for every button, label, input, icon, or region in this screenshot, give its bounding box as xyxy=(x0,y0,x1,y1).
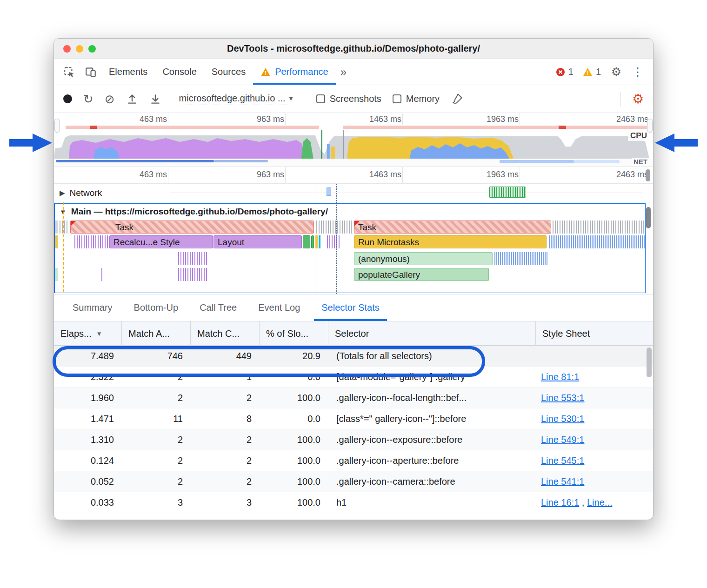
stylesheet-link[interactable]: Line 530:1 xyxy=(541,414,584,424)
stylesheet-link[interactable]: Line 81:1 xyxy=(541,372,579,382)
column-header-match-count[interactable]: Match C... xyxy=(190,321,259,346)
table-row[interactable]: 7.48974644920.9(Totals for all selectors… xyxy=(54,346,653,367)
column-header-pct-slow[interactable]: % of Slo... xyxy=(259,321,328,346)
load-profile-button[interactable] xyxy=(126,93,138,105)
stylesheet-link[interactable]: Line 541:1 xyxy=(541,476,584,487)
tab-call-tree[interactable]: Call Tree xyxy=(192,294,244,321)
save-profile-button[interactable] xyxy=(149,93,161,105)
gear-icon: ⚙ xyxy=(611,65,621,79)
memory-checkbox[interactable]: Memory xyxy=(393,94,440,104)
cell-elapsed: 7.489 xyxy=(54,351,121,361)
overview-cpu-chart[interactable]: CPU xyxy=(54,130,653,159)
tab-label: Sources xyxy=(212,67,246,77)
table-row[interactable]: 1.31022100.0.gallery-icon--exposure::bef… xyxy=(54,429,653,450)
task-cluster[interactable] xyxy=(60,220,69,234)
tab-selector-stats[interactable]: Selector Stats xyxy=(314,294,387,321)
clear-button[interactable]: ⊘ xyxy=(105,93,115,105)
tab-bottom-up[interactable]: Bottom-Up xyxy=(127,294,186,321)
scrollbar-thumb[interactable] xyxy=(646,207,651,228)
error-icon xyxy=(556,67,565,77)
tab-sources[interactable]: Sources xyxy=(204,59,253,85)
tab-performance[interactable]: ! Performance xyxy=(253,59,336,85)
menu-button[interactable]: ⋮ xyxy=(627,59,648,85)
table-row[interactable]: 0.12422100.0.gallery-icon--aperture::bef… xyxy=(54,450,653,471)
column-header-elapsed[interactable]: Elaps... ▼ xyxy=(54,321,121,346)
network-track[interactable]: ▶ Network xyxy=(54,184,653,202)
reload-and-record-button[interactable]: ↻ xyxy=(83,93,93,105)
zoom-button[interactable] xyxy=(88,45,96,53)
history-select[interactable]: microsoftedge.github.io ... ▾ xyxy=(179,93,293,105)
cell-style-sheet: Line 16:1 , Line... xyxy=(535,497,653,508)
style-cluster[interactable] xyxy=(178,268,208,281)
tab-summary[interactable]: Summary xyxy=(65,294,120,321)
overview-interactions-lane xyxy=(54,125,653,130)
cell-selector: .gallery-icon--camera::before xyxy=(328,476,535,487)
warning-badge[interactable]: ! 1 xyxy=(578,59,606,85)
column-header-selector[interactable]: Selector xyxy=(328,321,535,346)
record-button[interactable] xyxy=(63,94,72,103)
error-badge[interactable]: 1 xyxy=(551,59,578,85)
tab-elements[interactable]: Elements xyxy=(101,59,155,85)
main-thread-track[interactable]: ▼ Main — https://microsoftedge.github.io… xyxy=(54,203,646,293)
task-cluster[interactable] xyxy=(316,220,352,234)
timeline-overview[interactable]: 463 ms 963 ms 1463 ms 1963 ms 2463 ms xyxy=(54,113,653,167)
column-label: Selector xyxy=(335,328,369,339)
layout-bar[interactable]: Layout xyxy=(213,235,302,248)
stylesheet-link[interactable]: Line 549:1 xyxy=(541,434,584,445)
clear-icon: ⊘ xyxy=(105,92,115,106)
overview-right-handle[interactable] xyxy=(647,119,653,133)
network-request-marker[interactable] xyxy=(327,187,331,196)
overview-left-handle[interactable] xyxy=(54,119,60,133)
anonymous-function-bar[interactable]: (anonymous) xyxy=(354,252,493,265)
inspect-element-button[interactable] xyxy=(59,59,80,85)
close-button[interactable] xyxy=(63,45,71,53)
populate-gallery-bar[interactable]: populateGallery xyxy=(354,268,489,281)
table-row[interactable]: 1.96022100.0.gallery-icon--focal-length:… xyxy=(54,388,653,408)
task-bar[interactable]: Task xyxy=(354,220,551,234)
flame-chart[interactable]: Task Task Recalcu...e Style Layout Run M… xyxy=(55,220,645,290)
table-row[interactable]: 2.322210.0[data-module="gallery"] .galle… xyxy=(54,367,653,388)
column-header-match-attempts[interactable]: Match A... xyxy=(121,321,190,346)
disclosure-triangle-icon[interactable]: ▶ xyxy=(60,189,65,197)
style-tick[interactable] xyxy=(101,268,103,281)
table-row[interactable]: 1.4711180.0[class*=" gallery-icon--"]::b… xyxy=(54,408,653,429)
stylesheet-link[interactable]: Line 553:1 xyxy=(541,393,584,403)
main-track-header[interactable]: ▼ Main — https://microsoftedge.github.io… xyxy=(55,204,645,220)
screenshots-checkbox[interactable]: Screenshots xyxy=(316,94,381,104)
capture-settings-button[interactable]: ⚙ xyxy=(632,93,644,106)
run-microtasks-bar[interactable]: Run Microtasks xyxy=(354,235,547,248)
recalculate-style-bar[interactable]: Recalcu...e Style xyxy=(109,235,213,248)
reload-icon: ↻ xyxy=(83,92,93,106)
style-cluster[interactable] xyxy=(327,235,341,248)
gc-bar[interactable] xyxy=(311,235,314,248)
task-cluster[interactable] xyxy=(553,220,645,234)
gc-bar[interactable] xyxy=(303,235,310,248)
tab-label: Call Tree xyxy=(200,302,237,313)
overview-net-lane: NET xyxy=(54,159,653,166)
style-cluster[interactable] xyxy=(74,235,108,248)
tab-event-log[interactable]: Event Log xyxy=(251,294,307,321)
settings-button[interactable]: ⚙ xyxy=(606,59,627,85)
column-header-style-sheet[interactable]: Style Sheet xyxy=(535,321,653,346)
scrollbar-thumb[interactable] xyxy=(646,169,650,181)
stylesheet-link[interactable]: Line... xyxy=(587,497,612,508)
style-cluster[interactable] xyxy=(178,252,208,265)
cell-match-attempts: 2 xyxy=(121,476,190,487)
collect-garbage-button[interactable] xyxy=(451,93,463,105)
tab-console[interactable]: Console xyxy=(155,59,204,85)
more-tabs-button[interactable]: » xyxy=(336,59,351,85)
network-request-cluster[interactable] xyxy=(489,187,526,198)
stylesheet-link[interactable]: Line 16:1 xyxy=(541,497,579,508)
tab-label: Console xyxy=(162,67,196,77)
table-row[interactable]: 0.03333100.0h1Line 16:1 , Line... xyxy=(54,492,653,513)
table-row[interactable]: 0.05222100.0.gallery-icon--camera::befor… xyxy=(54,471,653,492)
device-toolbar-button[interactable] xyxy=(80,59,101,85)
scrollbar-thumb[interactable] xyxy=(647,347,652,377)
task-bar[interactable]: Task xyxy=(70,220,314,234)
script-cluster[interactable] xyxy=(494,252,548,265)
cell-elapsed: 0.033 xyxy=(54,497,121,508)
parse-tick[interactable] xyxy=(319,235,320,248)
stylesheet-link[interactable]: Line 545:1 xyxy=(541,455,584,466)
script-cluster[interactable] xyxy=(549,235,645,248)
minimize-button[interactable] xyxy=(76,45,83,53)
